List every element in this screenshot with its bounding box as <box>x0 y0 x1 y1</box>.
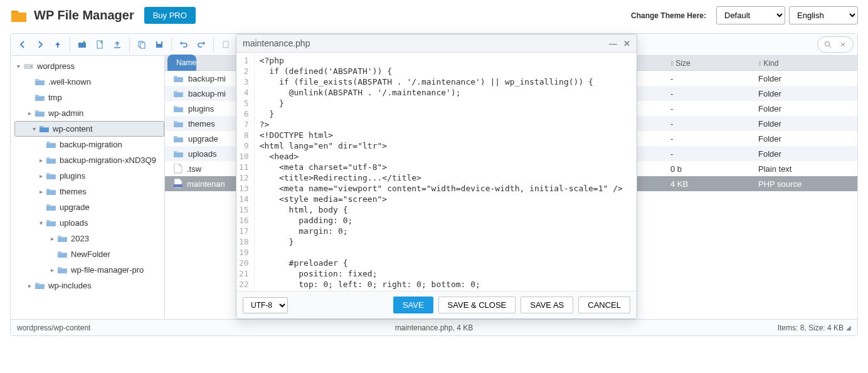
buy-pro-button[interactable]: Buy PRO <box>144 7 196 24</box>
tree-node[interactable]: ▸2023 <box>11 231 164 246</box>
col-kind-header[interactable]: ⦀ Kind <box>751 59 857 68</box>
tree-node[interactable]: ▸plugins <box>11 168 164 184</box>
svg-rect-3 <box>140 43 145 48</box>
app-logo-icon <box>10 7 28 24</box>
folder-icon <box>174 135 184 143</box>
folder-icon <box>174 105 184 113</box>
folder-icon <box>40 125 50 133</box>
dialog-save-as-button[interactable]: SAVE AS <box>521 297 573 313</box>
svg-rect-5 <box>157 41 161 44</box>
dialog-save-close-button[interactable]: SAVE & CLOSE <box>438 297 516 313</box>
folder-icon <box>35 109 45 117</box>
code-content[interactable]: <?php if (defined('ABSPATH')) { if (file… <box>255 53 637 291</box>
up-button[interactable] <box>50 36 66 53</box>
dialog-cancel-button[interactable]: CANCEL <box>578 297 630 313</box>
editor-dialog: maintenance.php — ✕ 12345678910111213141… <box>236 34 637 319</box>
folder-icon <box>46 140 56 149</box>
tree-node[interactable]: upgrade <box>11 199 164 215</box>
folder-icon <box>174 75 184 83</box>
folder-icon <box>46 156 56 164</box>
tree-node[interactable]: ▸wp-includes <box>11 278 164 293</box>
tree-node[interactable]: ▾wordpress <box>11 58 164 74</box>
folder-icon <box>174 90 184 98</box>
theme-select[interactable]: Default <box>716 6 785 24</box>
dialog-title: maintenance.php <box>243 38 310 48</box>
save-button[interactable] <box>151 36 167 53</box>
copy-button[interactable] <box>134 36 150 53</box>
app-title: WP File Manager <box>34 8 134 23</box>
folder-tree[interactable]: ▾wordpress.well-knowntmp▸wp-admin▾wp-con… <box>11 56 165 319</box>
encoding-select[interactable]: UTF-8 <box>243 297 288 313</box>
file-icon <box>174 164 183 174</box>
tree-node[interactable]: ▸wp-file-manager-pro <box>11 262 164 278</box>
tree-node[interactable]: tmp <box>11 90 164 105</box>
folder-icon <box>58 266 68 274</box>
tree-node[interactable]: ▸backup-migration-xND3Q9 <box>11 152 164 168</box>
folder-icon <box>35 281 45 290</box>
status-path: wordpress/wp-content <box>17 323 90 332</box>
php-icon <box>174 179 183 189</box>
folder-icon <box>46 187 56 196</box>
forward-button[interactable] <box>32 36 48 53</box>
svg-point-9 <box>825 42 830 46</box>
folder-icon <box>46 203 56 211</box>
new-file-button[interactable] <box>92 36 108 53</box>
upload-button[interactable] <box>109 36 125 53</box>
folder-icon <box>58 234 68 243</box>
line-gutter: 12345678910111213141516171819202122 <box>236 53 255 291</box>
status-summary: Items: 8, Size: 4 KB <box>778 323 844 332</box>
status-bar: wordpress/wp-content maintenance.php, 4 … <box>11 319 857 335</box>
redo-button[interactable] <box>193 36 209 53</box>
tree-node[interactable]: ▸wp-admin <box>11 105 164 121</box>
folder-icon <box>24 62 34 70</box>
back-button[interactable] <box>14 36 31 53</box>
language-select[interactable]: English <box>789 6 858 24</box>
code-editor[interactable]: 12345678910111213141516171819202122 <?ph… <box>236 53 637 291</box>
clear-search-icon[interactable] <box>835 38 850 51</box>
folder-icon <box>174 150 184 158</box>
tree-node[interactable]: .well-known <box>11 74 164 90</box>
tree-node[interactable]: NewFolder <box>11 246 164 262</box>
tree-node[interactable]: ▾wp-content <box>14 121 164 137</box>
dialog-save-button[interactable]: SAVE <box>393 297 433 313</box>
svg-rect-0 <box>78 43 86 48</box>
svg-point-11 <box>31 66 32 67</box>
folder-icon <box>46 219 56 227</box>
dialog-titlebar[interactable]: maintenance.php — ✕ <box>236 34 637 53</box>
col-name-header[interactable]: Name <box>167 55 196 71</box>
folder-icon <box>174 120 184 128</box>
folder-icon <box>58 250 68 258</box>
dialog-footer: UTF-8 SAVE SAVE & CLOSE SAVE AS CANCEL <box>236 291 637 318</box>
minimize-icon[interactable]: — <box>609 39 617 48</box>
app-header: WP File Manager Buy PRO Change Theme Her… <box>0 0 868 33</box>
undo-button[interactable] <box>176 36 192 53</box>
new-folder-button[interactable] <box>74 36 90 53</box>
search-icon <box>820 38 835 51</box>
folder-icon <box>35 78 45 86</box>
close-icon[interactable]: ✕ <box>623 39 630 48</box>
svg-rect-12 <box>174 184 183 187</box>
theme-label: Change Theme Here: <box>631 11 706 20</box>
folder-icon <box>46 172 56 180</box>
tree-node[interactable]: ▾uploads <box>11 215 164 231</box>
status-selection: maintenance.php, 4 KB <box>90 323 777 332</box>
svg-rect-6 <box>223 41 228 48</box>
tree-node[interactable]: backup-migration <box>11 137 164 152</box>
col-size-header[interactable]: ⦀ Size <box>663 59 751 68</box>
folder-icon <box>35 93 45 102</box>
tree-node[interactable]: ▸themes <box>11 184 164 199</box>
resize-handle-icon[interactable]: ◢ <box>846 324 851 331</box>
search-box[interactable] <box>817 36 854 53</box>
clipboard-copy-button[interactable] <box>218 36 234 53</box>
